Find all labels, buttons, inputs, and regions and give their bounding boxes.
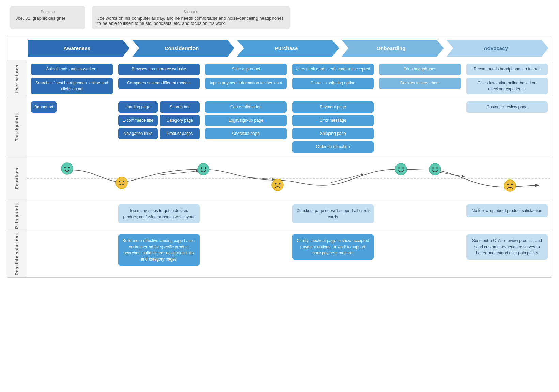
- svg-point-12: [201, 167, 202, 169]
- tp-advocacy-card-1: Customer review page: [466, 101, 548, 113]
- emotion-face-1: [61, 162, 73, 176]
- scenario-content: Joe works on his computer all day, and h…: [97, 16, 284, 26]
- ua-consideration-card-1: Browses e-commerce website: [118, 64, 200, 75]
- tp-purchase-card-1: Cart confirmation: [205, 101, 287, 113]
- tp-purchase-card-2: Login/sign-up page: [205, 115, 287, 126]
- user-actions-row: User actions Asks friends and co-workers…: [7, 60, 552, 98]
- sol-consideration-card: Build more effective landing page based …: [118, 234, 200, 266]
- pain-points-label-text: Pain points: [15, 203, 19, 229]
- svg-point-7: [68, 167, 70, 168]
- ua-onboarding2-col: Tries headphones Decides to keep them: [378, 64, 462, 94]
- svg-point-6: [64, 167, 66, 168]
- pp-consideration-card: Too many steps to get to desired product…: [118, 204, 200, 223]
- emotion-face-7: [429, 163, 441, 176]
- tp-awareness-col: Banner ad: [30, 101, 114, 113]
- svg-point-11: [198, 163, 209, 175]
- ua-advocacy-card-1: Recommends headphones to friends: [466, 64, 548, 75]
- solutions-content: Build more effective landing page based …: [27, 231, 552, 277]
- svg-point-16: [279, 183, 281, 184]
- touchpoints-row: Touchpoints Banner ad Landing page Searc…: [7, 98, 552, 156]
- tp-onboarding-card-1: Payment page: [292, 101, 374, 113]
- tp-consideration-card-4: Category page: [160, 115, 200, 126]
- persona-content: Joe, 32, graphic designer: [16, 16, 80, 21]
- sol-advocacy-col: Send out a CTA to review product, and se…: [465, 234, 549, 260]
- emotions-label: Emotions: [7, 156, 27, 201]
- tp-onboarding-card-2: Error message: [292, 115, 374, 126]
- emotion-face-6: [504, 179, 516, 193]
- tp-advocacy-col: Customer review page: [465, 101, 549, 113]
- emotion-face-4: [271, 179, 284, 192]
- emotion-face-2: [115, 177, 128, 190]
- phase-onboarding: Onboarding: [342, 40, 444, 57]
- ua-advocacy-card-2: Gives low rating online based on checkou…: [466, 78, 548, 95]
- ua-onboarding2-card-1: Tries headphones: [379, 64, 461, 75]
- solutions-label: Possible solutions: [7, 231, 27, 277]
- ua-purchase-card-2: Inputs payment information to check out: [205, 78, 287, 89]
- ua-onboarding2-card-2: Decides to keep them: [379, 78, 461, 89]
- svg-point-19: [402, 167, 404, 169]
- svg-point-21: [507, 183, 509, 185]
- user-actions-label-text: User actions: [15, 65, 19, 93]
- journey-container: Awareness Consideration Purchase Onboard…: [7, 36, 552, 278]
- user-actions-content: Asks friends and co-workers Searches "be…: [27, 60, 552, 98]
- ua-awareness-card-1: Asks friends and co-workers: [31, 64, 113, 75]
- tp-consideration-col: Landing page Search bar E-commerce site …: [117, 101, 201, 139]
- pain-points-row: Pain points Too many steps to get to des…: [7, 201, 552, 231]
- ua-awareness-card-2: Searches "best headphones" online and cl…: [31, 78, 113, 95]
- scenario-box: Scenario Joe works on his computer all d…: [92, 6, 290, 29]
- persona-box: Persona Joe, 32, graphic designer: [10, 6, 85, 29]
- pp-onboarding-card: Checkout page doesn't support all credit…: [292, 204, 374, 223]
- ua-purchase-card-1: Selects product: [205, 64, 287, 75]
- phase-consideration: Consideration: [132, 40, 234, 57]
- svg-line-1: [158, 171, 199, 175]
- sol-consideration-col: Build more effective landing page based …: [117, 234, 201, 266]
- phase-advocacy: Advocacy: [447, 40, 548, 57]
- sol-onboarding-card: Clarify checkout page to show accepted p…: [292, 234, 374, 260]
- svg-point-8: [116, 177, 127, 189]
- tp-consideration-card-5: Navigation links: [118, 128, 158, 139]
- svg-point-23: [429, 163, 441, 175]
- svg-point-25: [436, 167, 438, 169]
- ua-onboarding-col: Uses debit card; credit card not accepte…: [291, 64, 375, 94]
- svg-point-13: [205, 167, 206, 169]
- touchpoints-label-text: Touchpoints: [15, 113, 19, 141]
- scenario-label: Scenario: [97, 10, 284, 14]
- ua-advocacy-col: Recommends headphones to friends Gives l…: [465, 64, 549, 94]
- tp-purchase-card-3: Checkout page: [205, 128, 287, 139]
- ua-consideration-col: Browses e-commerce website Compares seve…: [117, 64, 201, 94]
- phases-row: Awareness Consideration Purchase Onboard…: [7, 36, 552, 60]
- tp-purchase-col: Cart confirmation Login/sign-up page Che…: [204, 101, 288, 139]
- emotions-content: [27, 156, 552, 201]
- ua-consideration-card-2: Compares several different models: [118, 78, 200, 89]
- tp-onboarding-card-3: Shipping page: [292, 128, 374, 139]
- svg-point-22: [511, 183, 513, 185]
- pp-advocacy-col: No follow-up about product satisfaction: [465, 204, 549, 217]
- tp-consideration-card-3: E-commerce site: [118, 115, 158, 126]
- touchpoints-content: Banner ad Landing page Search bar E-comm…: [27, 98, 552, 156]
- svg-point-24: [432, 167, 434, 169]
- tp-onboarding-col: Payment page Error message Shipping page…: [291, 101, 375, 152]
- pain-points-content: Too many steps to get to desired product…: [27, 201, 552, 231]
- phase-awareness: Awareness: [28, 40, 129, 57]
- svg-point-14: [272, 179, 283, 191]
- phase-purchase: Purchase: [237, 40, 339, 57]
- tp-consideration-card-6: Product pages: [160, 128, 200, 139]
- tp-consideration-card-2: Search bar: [160, 101, 200, 113]
- pp-onboarding-col: Checkout page doesn't support all credit…: [291, 204, 375, 223]
- solutions-row: Possible solutions Build more effective …: [7, 231, 552, 277]
- emotions-row: Emotions: [7, 156, 552, 201]
- ua-purchase-col: Selects product Inputs payment informati…: [204, 64, 288, 94]
- touchpoints-label: Touchpoints: [7, 98, 27, 156]
- emotions-label-text: Emotions: [15, 168, 19, 189]
- sol-onboarding-col: Clarify checkout page to show accepted p…: [291, 234, 375, 260]
- pp-advocacy-card: No follow-up about product satisfaction: [466, 204, 548, 217]
- top-section: Persona Joe, 32, graphic designer Scenar…: [0, 0, 559, 33]
- persona-label: Persona: [16, 10, 80, 14]
- tp-consideration-card-1: Landing page: [118, 101, 158, 113]
- tp-onboarding-card-4: Order confirmation: [292, 141, 374, 153]
- solutions-label-text: Possible solutions: [15, 233, 19, 275]
- ua-onboarding-card-1: Uses debit card; credit card not accepte…: [292, 64, 374, 75]
- svg-point-5: [61, 163, 73, 174]
- svg-point-9: [119, 181, 120, 182]
- svg-point-10: [123, 181, 124, 182]
